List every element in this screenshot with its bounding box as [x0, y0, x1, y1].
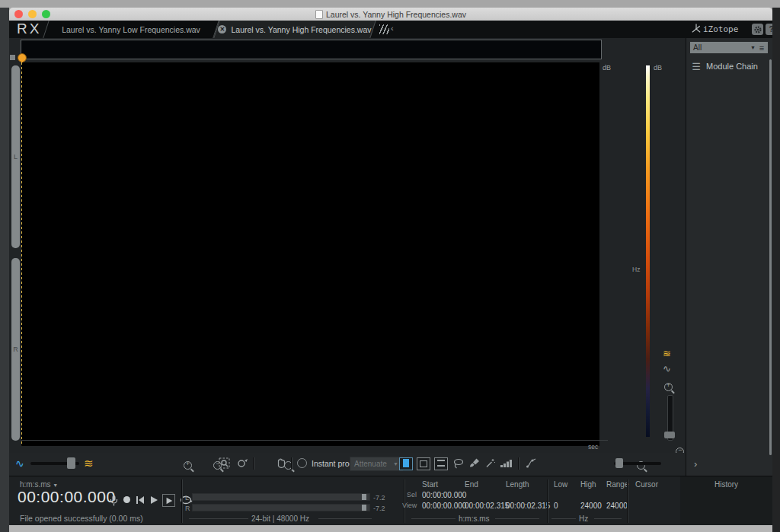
divider [495, 518, 539, 519]
brush-tool[interactable] [469, 457, 481, 469]
hand-tool[interactable] [276, 457, 287, 470]
freq-high-value: 24000 [580, 502, 602, 510]
toolbar-separator [253, 457, 254, 470]
peak-indicator [362, 494, 366, 500]
tab-close-icon[interactable]: ✕ [218, 25, 226, 33]
curve-edit-tool[interactable] [526, 457, 538, 470]
document-icon [315, 10, 323, 19]
status-message: File opened successfully (0.00 ms) [20, 514, 143, 523]
desktop: Laurel vs. Yanny High Frequencies.wav RX… [0, 0, 780, 532]
spectrogram-view-icon[interactable]: ≋ [663, 348, 671, 359]
desktop-top-strip [0, 0, 780, 8]
history-panel: History [680, 476, 772, 525]
column-header-start: Start [422, 480, 438, 489]
divider [551, 518, 576, 519]
gear-icon [753, 25, 762, 34]
time-unit-label: h:m:s.ms [459, 514, 490, 523]
tab-low-frequencies[interactable]: Laurel vs. Yanny Low Frequencies.wav [43, 21, 219, 38]
instant-process-radio[interactable] [297, 458, 307, 468]
waveform-view-icon[interactable]: ∿ [663, 363, 671, 374]
view-row-label: View [402, 502, 417, 509]
view-length-value: 00:00:02.315 [506, 502, 550, 510]
minimize-window-button[interactable] [28, 10, 37, 18]
time-frequency-selection-tool[interactable] [417, 457, 430, 470]
help-button[interactable]: ? [766, 24, 772, 35]
frequency-selection-tool[interactable] [434, 457, 448, 470]
playhead-marker[interactable] [18, 53, 27, 62]
column-header-high: High [580, 480, 596, 489]
overview-handle[interactable] [10, 55, 15, 60]
zoom-reset-button[interactable] [236, 457, 248, 470]
column-header-end: End [465, 480, 478, 489]
overview-canvas[interactable] [21, 40, 599, 57]
more-modules-chevron[interactable]: › [694, 458, 697, 470]
skip-to-start-button[interactable] [135, 495, 145, 505]
zoom-selection-button[interactable] [219, 457, 231, 470]
window-titlebar[interactable]: Laurel vs. Yanny High Frequencies.wav [9, 8, 772, 21]
spectrogram-canvas[interactable] [21, 62, 599, 446]
chevron-down-icon: ▼ [393, 461, 398, 467]
vertical-zoom-slider-handle[interactable] [664, 432, 675, 438]
divider [594, 518, 622, 519]
module-chain-button[interactable]: ☰ Module Chain [686, 58, 769, 75]
module-list-scrollbar[interactable] [769, 59, 772, 455]
zoom-in-button[interactable]: + [184, 461, 192, 470]
time-ruler[interactable] [21, 440, 608, 453]
tab-label: Laurel vs. Yanny High Frequencies.wav [231, 25, 371, 34]
meter-channel-label: L [185, 494, 189, 502]
tab-high-frequencies[interactable]: ✕ Laurel vs. Yanny High Frequencies.wav [213, 21, 376, 38]
channel-select-left[interactable]: L [11, 65, 20, 248]
divider [189, 518, 248, 519]
timeline-zoom-slider-handle[interactable] [615, 458, 623, 468]
rx-app-window: RX Laurel vs. Yanny Low Frequencies.wav … [9, 21, 772, 525]
desktop-right-strip [772, 8, 780, 532]
instant-process-mode-select[interactable]: Attenuate▼ [350, 457, 403, 471]
column-header-length: Length [506, 480, 529, 489]
history-title: History [680, 480, 772, 489]
izotope-logo: iZotope [691, 24, 738, 34]
app-topbar: RX Laurel vs. Yanny Low Frequencies.wav … [9, 21, 772, 38]
hz-unit-label: Hz [632, 266, 640, 273]
zoom-window-button[interactable] [42, 10, 50, 18]
waveform-overview[interactable] [21, 40, 602, 59]
toolbar-separator [291, 457, 292, 470]
column-header-low: Low [554, 480, 567, 489]
find-similar-tool[interactable] [500, 457, 512, 469]
settings-button[interactable] [752, 24, 763, 35]
chevron-down-icon: ▼ [750, 45, 756, 50]
divider [627, 479, 628, 523]
tab-list-icon[interactable] [379, 24, 389, 34]
close-window-button[interactable] [14, 10, 23, 18]
toolbar-separator [518, 457, 519, 470]
vertical-zoom-in-icon[interactable]: + [664, 383, 673, 391]
module-menu-button[interactable]: ≡ [756, 42, 768, 53]
divider [411, 518, 456, 519]
play-button[interactable] [149, 495, 159, 505]
view-end-value: 00:00:02.315 [465, 502, 509, 510]
divider [318, 518, 372, 519]
window-title: Laurel vs. Yanny High Frequencies.wav [9, 10, 772, 19]
wave-spec-balance-handle[interactable] [67, 457, 75, 469]
waveform-balance-icon[interactable]: ∿ [15, 457, 24, 470]
playhead-line [21, 62, 22, 446]
freq-range-value: 24000 [606, 502, 628, 510]
sel-start-value: 00:00:00.000 [422, 491, 466, 499]
tab-overflow-chevron-icon[interactable]: ‹ [391, 24, 394, 33]
record-button[interactable] [123, 496, 130, 503]
peak-indicator [362, 505, 366, 511]
audio-format-label: 24-bit | 48000 Hz [251, 514, 309, 523]
spectrogram-color-legend [646, 65, 650, 437]
chevron-down-icon: ▼ [53, 483, 58, 488]
play-selection-button[interactable] [162, 494, 175, 507]
time-selection-tool[interactable] [399, 457, 413, 470]
desktop-left-strip [0, 8, 9, 532]
channel-select-right[interactable]: R [11, 258, 20, 441]
legend-db-header: dB [654, 64, 662, 72]
module-filter-select[interactable]: All▼ [690, 42, 759, 53]
magic-wand-tool[interactable] [484, 457, 496, 469]
sec-unit-label: sec [588, 443, 598, 451]
record-monitor-icon[interactable] [108, 495, 120, 507]
meter-channel-label: R [185, 505, 190, 512]
lasso-tool[interactable] [452, 458, 465, 470]
spectrogram-balance-icon[interactable]: ≋ [84, 457, 94, 470]
